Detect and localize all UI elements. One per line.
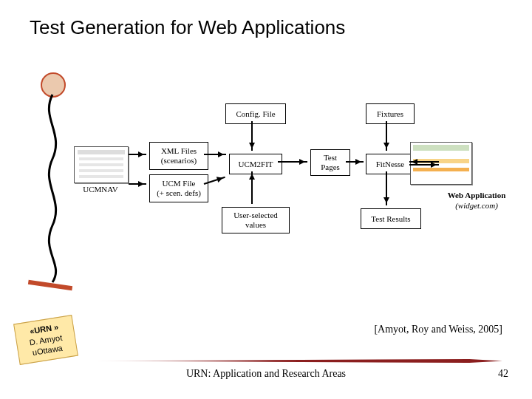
ucm2fit-box: UCM2FIT [229, 154, 282, 174]
pipeline-diagram: UCMNAV XML Files (scenarios) UCM File (+… [74, 96, 517, 259]
page-number: 42 [498, 368, 508, 380]
test-pages-box: Test Pages [310, 149, 350, 176]
citation-text: [Amyot, Roy and Weiss, 2005] [374, 324, 502, 335]
fixtures-box: Fixtures [366, 103, 415, 124]
footer-divider [89, 359, 502, 363]
web-app-subcaption: (widget.com) [436, 201, 517, 210]
fitnesse-thumbnail [410, 142, 472, 185]
arrow-icon [386, 121, 387, 151]
fitnesse-box: FitNesse [366, 154, 415, 174]
arrow-icon [409, 164, 439, 166]
arrow-icon [129, 154, 146, 155]
arrow-icon [251, 171, 253, 204]
squiggle-line [39, 89, 69, 288]
author-sticker: «URN » D. Amyot uOttawa [13, 315, 78, 365]
user-selected-values-box: User-selected values [222, 207, 290, 233]
arrow-icon [278, 161, 307, 163]
arrow-icon [251, 121, 253, 151]
web-app-caption: Web Application [436, 191, 517, 200]
arrow-icon [346, 161, 364, 163]
ucmnav-thumbnail [74, 146, 129, 183]
test-results-box: Test Results [361, 208, 421, 229]
arrow-icon [129, 183, 146, 185]
xml-files-box: XML Files (scenarios) [149, 142, 208, 170]
ucmnav-caption: UCMNAV [74, 185, 127, 194]
arrow-icon [386, 171, 387, 205]
ucm-file-box: UCM File (+ scen. defs) [149, 174, 208, 202]
page-title: Test Generation for Web Applications [30, 16, 345, 39]
config-file-box: Config. File [225, 103, 286, 124]
arrow-icon [204, 154, 226, 155]
footer-text: URN: Application and Research Areas [0, 368, 532, 380]
